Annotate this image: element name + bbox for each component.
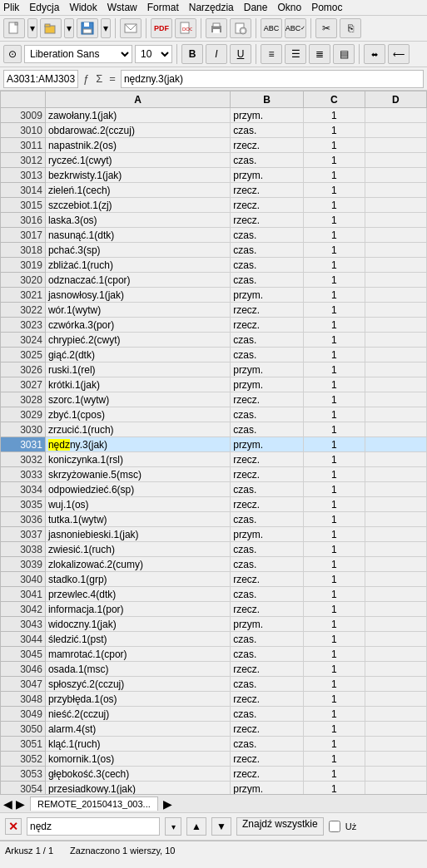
cell-c[interactable]: 1 <box>303 437 365 452</box>
cell-b[interactable]: przym. <box>231 288 304 303</box>
cell-a[interactable]: wór.1(wytw) <box>45 303 230 318</box>
row-number[interactable]: 3052 <box>1 752 46 767</box>
row-number[interactable]: 3036 <box>1 512 46 527</box>
row-number[interactable]: 3011 <box>1 138 46 153</box>
cell-d[interactable] <box>365 333 426 348</box>
cell-b[interactable]: czas. <box>231 333 304 348</box>
cell-a[interactable]: laska.3(os) <box>45 213 230 228</box>
row-number[interactable]: 3047 <box>1 677 46 692</box>
cell-reference-input[interactable] <box>3 70 78 88</box>
cell-d[interactable] <box>365 677 426 692</box>
cell-c[interactable]: 1 <box>303 258 365 273</box>
cell-b[interactable]: czas. <box>231 407 304 422</box>
cell-b[interactable]: czas. <box>231 647 304 662</box>
cell-a[interactable]: skrzyżowanie.5(msc) <box>45 467 230 482</box>
search-next-button[interactable]: ▼ <box>211 817 231 836</box>
row-number[interactable]: 3031 <box>1 437 46 452</box>
cell-a[interactable]: obdarować.2(cczuj) <box>45 123 230 138</box>
cell-d[interactable] <box>365 213 426 228</box>
cell-d[interactable] <box>365 752 426 767</box>
cell-c[interactable]: 1 <box>303 782 365 795</box>
row-number[interactable]: 3023 <box>1 318 46 333</box>
cell-b[interactable]: rzecz. <box>231 198 304 213</box>
cell-d[interactable] <box>365 437 426 452</box>
cell-d[interactable] <box>365 707 426 722</box>
cell-d[interactable] <box>365 123 426 138</box>
cell-c[interactable]: 1 <box>303 632 365 647</box>
menu-widok[interactable]: Widok <box>69 2 97 13</box>
cell-b[interactable]: przym. <box>231 108 304 123</box>
search-close-button[interactable]: ✕ <box>5 818 22 835</box>
cell-c[interactable]: 1 <box>303 362 365 377</box>
rtl-btn[interactable]: ⟵ <box>388 44 410 64</box>
cell-d[interactable] <box>365 692 426 707</box>
menu-format[interactable]: Format <box>147 2 179 13</box>
row-number[interactable]: 3009 <box>1 108 46 123</box>
row-number[interactable]: 3010 <box>1 123 46 138</box>
cell-a[interactable]: zrzucić.1(ruch) <box>45 422 230 437</box>
cell-d[interactable] <box>365 258 426 273</box>
cell-b[interactable]: rzecz. <box>231 602 304 617</box>
cell-a[interactable]: pchać.3(sp) <box>45 243 230 258</box>
cell-b[interactable]: czas. <box>231 123 304 138</box>
row-number[interactable]: 3048 <box>1 692 46 707</box>
row-number[interactable]: 3046 <box>1 662 46 677</box>
save-button[interactable] <box>77 18 98 38</box>
cell-d[interactable] <box>365 273 426 288</box>
cell-a[interactable]: szorc.1(wytw) <box>45 392 230 407</box>
row-number[interactable]: 3012 <box>1 153 46 168</box>
row-number[interactable]: 3039 <box>1 557 46 572</box>
row-number[interactable]: 3053 <box>1 767 46 782</box>
menu-plik[interactable]: Plik <box>3 2 19 13</box>
cell-b[interactable]: czas. <box>231 228 304 243</box>
cell-c[interactable]: 1 <box>303 707 365 722</box>
row-number[interactable]: 3049 <box>1 707 46 722</box>
cell-d[interactable] <box>365 303 426 318</box>
cell-d[interactable] <box>365 662 426 677</box>
cell-a[interactable]: giąć.2(dtk) <box>45 348 230 362</box>
autocorrect-button[interactable]: ABC✓ <box>285 18 306 38</box>
row-number[interactable]: 3030 <box>1 422 46 437</box>
row-number[interactable]: 3050 <box>1 722 46 737</box>
cell-a[interactable]: czwórka.3(por) <box>45 318 230 333</box>
row-number[interactable]: 3037 <box>1 527 46 542</box>
cell-b[interactable]: rzecz. <box>231 138 304 153</box>
cell-a[interactable]: wuj.1(os) <box>45 497 230 512</box>
row-number[interactable]: 3051 <box>1 737 46 752</box>
copy-button[interactable]: ⎘ <box>340 18 361 38</box>
cell-a[interactable]: napastnik.2(os) <box>45 138 230 153</box>
cell-a[interactable]: stadko.1(grp) <box>45 572 230 587</box>
cell-c[interactable]: 1 <box>303 587 365 602</box>
cell-d[interactable] <box>365 362 426 377</box>
cell-b[interactable]: czas. <box>231 512 304 527</box>
cell-b[interactable]: czas. <box>231 677 304 692</box>
cell-a[interactable]: chrypieć.2(cwyt) <box>45 333 230 348</box>
cell-c[interactable]: 1 <box>303 647 365 662</box>
cell-d[interactable] <box>365 228 426 243</box>
cell-c[interactable]: 1 <box>303 108 365 123</box>
cell-d[interactable] <box>365 168 426 183</box>
cell-c[interactable]: 1 <box>303 512 365 527</box>
row-number[interactable]: 3028 <box>1 392 46 407</box>
row-number[interactable]: 3013 <box>1 168 46 183</box>
cell-b[interactable]: rzecz. <box>231 497 304 512</box>
cell-c[interactable]: 1 <box>303 288 365 303</box>
cell-a[interactable]: głębokość.3(cech) <box>45 767 230 782</box>
cell-b[interactable]: czas. <box>231 587 304 602</box>
cell-a[interactable]: bezkrwisty.1(jak) <box>45 168 230 183</box>
cell-d[interactable] <box>365 318 426 333</box>
cell-c[interactable]: 1 <box>303 482 365 497</box>
pdf-export-button[interactable]: PDF <box>151 18 172 38</box>
cell-c[interactable]: 1 <box>303 228 365 243</box>
cell-d[interactable] <box>365 482 426 497</box>
cell-c[interactable]: 1 <box>303 557 365 572</box>
cell-c[interactable]: 1 <box>303 602 365 617</box>
cell-c[interactable]: 1 <box>303 407 365 422</box>
row-number[interactable]: 3043 <box>1 617 46 632</box>
cell-b[interactable]: przym. <box>231 362 304 377</box>
col-header-d[interactable]: D <box>365 91 426 108</box>
email-button[interactable] <box>120 18 142 38</box>
cell-a[interactable]: spłoszyć.2(cczuj) <box>45 677 230 692</box>
cell-c[interactable]: 1 <box>303 318 365 333</box>
cell-b[interactable]: czas. <box>231 542 304 557</box>
